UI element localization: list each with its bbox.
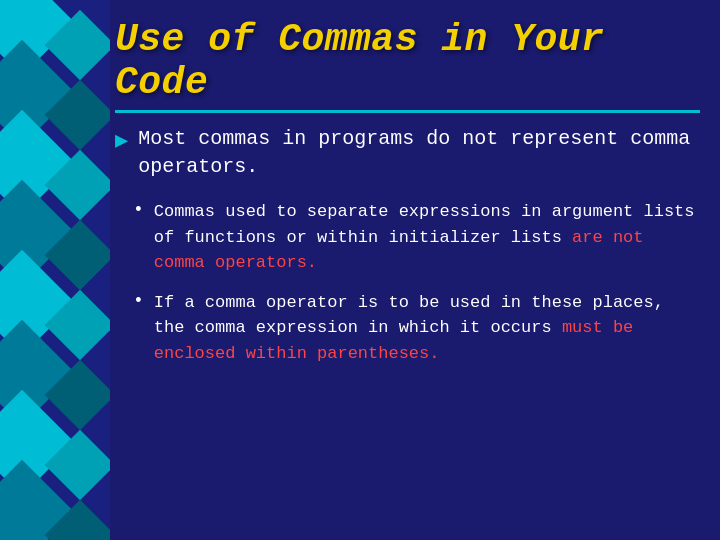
slide-content: ▶ Most commas in programs do not represe… [115,125,700,520]
main-point: ▶ Most commas in programs do not represe… [115,125,700,181]
sub-bullet-dot-2: • [133,291,144,311]
main-bullet-icon: ▶ [115,127,128,154]
sub-bullet-2-text: If a comma operator is to be used in the… [154,290,700,367]
sub-bullet-1-text: Commas used to separate expressions in a… [154,199,700,276]
slide: Use of Commas in Your Code ▶ Most commas… [0,0,720,540]
title-bar: Use of Commas in Your Code [115,18,700,104]
main-point-text: Most commas in programs do not represent… [138,125,700,181]
slide-title: Use of Commas in Your Code [115,18,700,104]
sub-bullet-1: • Commas used to separate expressions in… [133,199,700,276]
title-divider [115,110,700,113]
sub-bullets-container: • Commas used to separate expressions in… [133,199,700,366]
left-decoration [0,0,110,540]
sub-bullet-dot-1: • [133,200,144,220]
sub-bullet-2: • If a comma operator is to be used in t… [133,290,700,367]
